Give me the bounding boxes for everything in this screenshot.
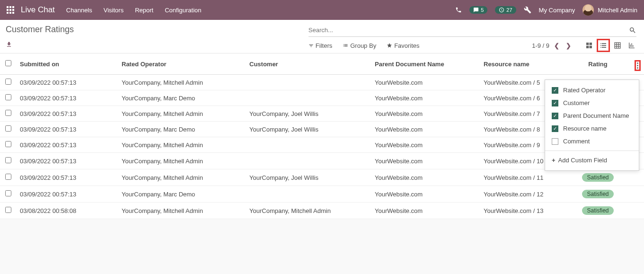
cell-operator: YourCompany, Mitchell Admin bbox=[118, 106, 246, 122]
row-checkbox[interactable] bbox=[5, 174, 11, 180]
favorites-button[interactable]: Favorites bbox=[387, 42, 419, 49]
checkbox-icon: ✓ bbox=[552, 125, 558, 132]
cell-submitted: 03/09/2022 00:57:13 bbox=[16, 169, 118, 186]
messages-pill[interactable]: 5 bbox=[469, 6, 487, 14]
dropdown-item[interactable]: ✓Resource name bbox=[545, 122, 639, 135]
row-checkbox[interactable] bbox=[5, 125, 11, 132]
cell-customer bbox=[246, 153, 371, 169]
col-resource[interactable]: Resource name bbox=[480, 53, 565, 75]
search-input[interactable] bbox=[309, 25, 629, 35]
col-operator[interactable]: Rated Operator bbox=[118, 53, 246, 75]
kanban-view-icon[interactable] bbox=[584, 41, 594, 50]
table-row[interactable]: 03/09/2022 00:57:13YourCompany, Mitchell… bbox=[0, 169, 644, 186]
dropdown-item-label: Resource name bbox=[563, 125, 607, 132]
cell-parent: YourWebsite.com bbox=[371, 169, 480, 186]
cell-customer bbox=[246, 137, 371, 153]
graph-view-icon[interactable] bbox=[627, 41, 636, 50]
nav-visitors[interactable]: Visitors bbox=[104, 7, 124, 14]
cell-parent: YourWebsite.com bbox=[371, 137, 480, 153]
company-name[interactable]: My Company bbox=[539, 7, 575, 14]
funnel-icon bbox=[309, 43, 314, 48]
col-customer[interactable]: Customer bbox=[246, 53, 371, 75]
user-name: Mitchell Admin bbox=[598, 7, 637, 14]
nav-channels[interactable]: Channels bbox=[66, 7, 92, 14]
cell-resource: YourWebsite.com / 13 bbox=[480, 203, 565, 219]
filters-button[interactable]: Filters bbox=[309, 42, 332, 49]
columns-menu-icon[interactable] bbox=[636, 62, 639, 70]
rating-badge: Satisfied bbox=[582, 206, 613, 215]
cell-submitted: 03/09/2022 00:57:13 bbox=[16, 106, 118, 122]
page-title: Customer Ratings bbox=[6, 25, 309, 35]
avatar-icon bbox=[582, 4, 594, 16]
row-checkbox[interactable] bbox=[5, 190, 11, 196]
pager-next-icon[interactable]: ❯ bbox=[566, 42, 571, 49]
cell-parent: YourWebsite.com bbox=[371, 90, 480, 106]
phone-icon[interactable] bbox=[455, 7, 462, 13]
pivot-view-icon[interactable] bbox=[613, 41, 622, 50]
svg-rect-0 bbox=[615, 43, 620, 48]
apps-icon[interactable] bbox=[7, 6, 14, 14]
dropdown-item[interactable]: ✓Customer bbox=[545, 97, 639, 109]
cell-operator: YourCompany, Marc Demo bbox=[118, 122, 246, 137]
col-rating[interactable]: Rating bbox=[565, 53, 631, 75]
user-menu[interactable]: Mitchell Admin bbox=[582, 4, 637, 16]
dropdown-item-label: Rated Operator bbox=[563, 87, 606, 94]
cell-operator: YourCompany, Mitchell Admin bbox=[118, 153, 246, 169]
row-checkbox[interactable] bbox=[5, 207, 11, 213]
search-bar bbox=[309, 25, 636, 37]
cell-resource: YourWebsite.com / 12 bbox=[480, 186, 565, 203]
row-checkbox[interactable] bbox=[5, 110, 11, 116]
cell-operator: YourCompany, Mitchell Admin bbox=[118, 203, 246, 219]
cell-submitted: 03/09/2022 00:57:13 bbox=[16, 186, 118, 203]
app-brand[interactable]: Live Chat bbox=[21, 5, 55, 15]
row-checkbox[interactable] bbox=[5, 94, 11, 100]
search-icon[interactable] bbox=[629, 27, 636, 34]
nav-menu: Channels Visitors Report Configuration bbox=[66, 7, 202, 14]
row-checkbox[interactable] bbox=[5, 79, 11, 85]
cell-parent: YourWebsite.com bbox=[371, 106, 480, 122]
debug-icon[interactable] bbox=[524, 6, 531, 14]
cell-resource: YourWebsite.com / 11 bbox=[480, 169, 565, 186]
table-row[interactable]: 03/08/2022 00:58:08YourCompany, Mitchell… bbox=[0, 203, 644, 219]
cell-parent: YourWebsite.com bbox=[371, 186, 480, 203]
add-custom-field[interactable]: +Add Custom Field bbox=[545, 154, 639, 167]
dropdown-item[interactable]: Comment bbox=[545, 135, 639, 148]
checkbox-icon bbox=[552, 138, 558, 145]
cell-submitted: 03/09/2022 00:57:13 bbox=[16, 153, 118, 169]
pager-text[interactable]: 1-9 / 9 bbox=[532, 42, 549, 49]
table-header-row: Submitted on Rated Operator Customer Par… bbox=[0, 53, 644, 75]
table-row[interactable]: 03/09/2022 00:57:13YourCompany, Marc Dem… bbox=[0, 186, 644, 203]
cell-customer bbox=[246, 75, 371, 90]
nav-report[interactable]: Report bbox=[135, 7, 153, 14]
list-view-icon[interactable] bbox=[599, 41, 608, 50]
row-checkbox[interactable] bbox=[5, 157, 11, 163]
rating-badge: Satisfied bbox=[582, 190, 613, 198]
cell-submitted: 03/09/2022 00:57:13 bbox=[16, 137, 118, 153]
cell-operator: YourCompany, Mitchell Admin bbox=[118, 169, 246, 186]
pager-prev-icon[interactable]: ❮ bbox=[554, 42, 559, 49]
cell-operator: YourCompany, Mitchell Admin bbox=[118, 75, 246, 90]
cell-operator: YourCompany, Mitchell Admin bbox=[118, 137, 246, 153]
cell-submitted: 03/09/2022 00:57:13 bbox=[16, 75, 118, 90]
groupby-button[interactable]: Group By bbox=[343, 42, 376, 49]
checkbox-icon: ✓ bbox=[552, 100, 558, 106]
export-icon[interactable] bbox=[6, 41, 309, 48]
dropdown-item[interactable]: ✓Rated Operator bbox=[545, 84, 639, 97]
nav-right: 5 27 My Company Mitchell Admin bbox=[455, 4, 637, 16]
col-parent[interactable]: Parent Document Name bbox=[371, 53, 480, 75]
dropdown-item-label: Customer bbox=[563, 99, 590, 106]
cell-rating: Satisfied bbox=[565, 169, 631, 186]
dropdown-item[interactable]: ✓Parent Document Name bbox=[545, 109, 639, 122]
cell-rating: Satisfied bbox=[565, 186, 631, 203]
top-navbar: Live Chat Channels Visitors Report Confi… bbox=[0, 0, 644, 20]
cell-customer: YourCompany, Joel Willis bbox=[246, 169, 371, 186]
activities-pill[interactable]: 27 bbox=[495, 6, 516, 14]
row-checkbox[interactable] bbox=[5, 141, 11, 147]
nav-configuration[interactable]: Configuration bbox=[165, 7, 201, 14]
control-panel: Customer Ratings Filters Group By Favori… bbox=[0, 20, 644, 53]
cell-parent: YourWebsite.com bbox=[371, 153, 480, 169]
col-submitted[interactable]: Submitted on bbox=[16, 53, 118, 75]
messages-count: 5 bbox=[481, 7, 484, 13]
cell-submitted: 03/09/2022 00:57:13 bbox=[16, 122, 118, 137]
select-all-checkbox[interactable] bbox=[5, 60, 11, 66]
